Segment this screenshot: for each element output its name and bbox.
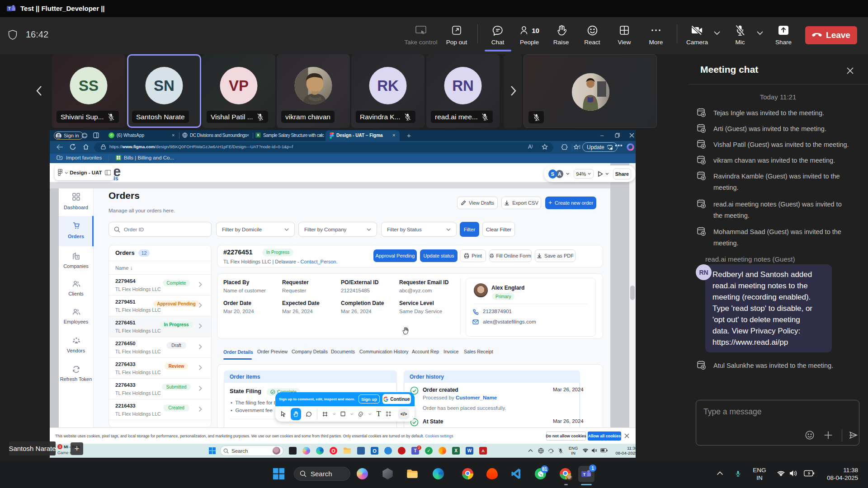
svg-text:T: T (8, 7, 10, 11)
svg-text:T: T (583, 472, 586, 477)
